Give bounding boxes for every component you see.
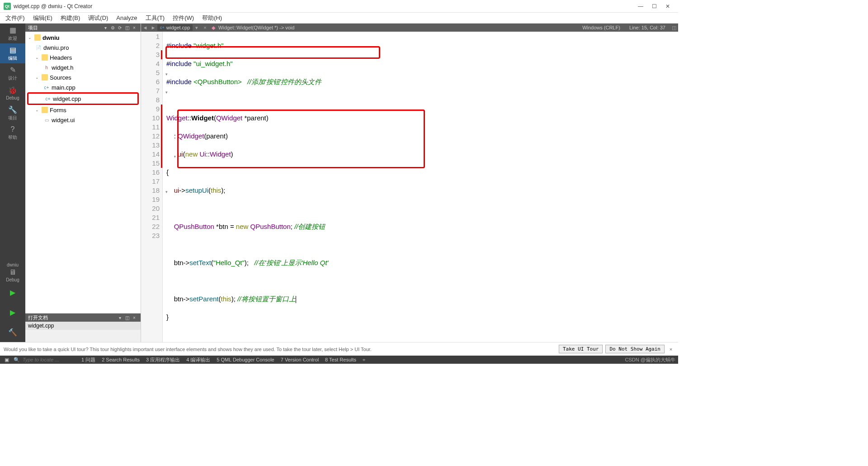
text-cursor [296,296,296,303]
split-icon[interactable]: ◫ [123,25,131,30]
monitor-icon: 🖥 [9,268,16,276]
filter-icon[interactable]: ⚙ [109,25,116,30]
mode-help[interactable]: ?帮助 [0,123,25,143]
dropdown-icon[interactable]: ▾ [116,315,123,320]
open-doc-item[interactable]: widget.cpp [25,322,141,330]
close-panel-icon[interactable]: × [131,315,138,320]
mode-projects[interactable]: 🔧项目 [0,103,25,123]
split-icon[interactable]: ◫ [123,315,131,320]
maximize-button[interactable]: ☐ [647,2,661,11]
dont-show-button[interactable]: Do Not Show Again [605,345,665,353]
wrench-icon: 🔧 [8,105,17,114]
target-selector[interactable]: dwniu🖥Debug [0,262,25,282]
folder-icon [42,107,48,113]
tab-close-icon[interactable]: × [201,25,209,30]
output-toggle-icon[interactable]: ▣ [3,357,11,363]
version-control-tab[interactable]: 7 Version Control [279,357,321,362]
collapse-icon[interactable]: ⌄ [35,75,40,80]
line-ending-selector[interactable]: Windows (CRLF) [578,25,625,30]
menu-analyze[interactable]: Analyze [113,14,141,22]
minimize-button[interactable]: — [634,2,647,11]
edit-icon: ▤ [9,46,16,54]
editor-area: ◄ ► c+widget.cpp ▾ × ◆ Widget::Widget(QW… [141,24,678,342]
search-results-tab[interactable]: 2 Search Results [100,357,142,362]
mode-edit[interactable]: ▤编辑 [0,43,25,63]
menu-edit[interactable]: 编辑(E) [29,13,56,23]
mode-welcome[interactable]: ▦欢迎 [0,24,25,43]
titlebar: Qt widget.cpp @ dwniu - Qt Creator — ☐ ✕ [0,0,678,13]
project-tree: ⌄dwniu 📄dwniu.pro ⌄Headers hwidget.h ⌄So… [25,32,141,313]
tab-dropdown-icon[interactable]: ▾ [193,25,201,31]
run-debug-button[interactable]: ▶ [0,302,25,322]
menu-tools[interactable]: 工具(T) [142,13,169,23]
tree-widget-cpp[interactable]: c+widget.cpp [28,94,137,104]
tree-widget-h[interactable]: hwidget.h [25,62,141,72]
main-area: ▦欢迎 ▤编辑 ✎设计 🐞Debug 🔧项目 ?帮助 dwniu🖥Debug ▶… [0,24,678,342]
app-output-tab[interactable]: 3 应用程序输出 [144,357,182,363]
menu-build[interactable]: 构建(B) [57,13,84,23]
open-docs-list: widget.cpp [25,322,141,342]
window-title: widget.cpp @ dwniu - Qt Creator [14,3,634,10]
mode-bar: ▦欢迎 ▤编辑 ✎设计 🐞Debug 🔧项目 ?帮助 dwniu🖥Debug ▶… [0,24,25,342]
issues-tab[interactable]: 1 问题 [80,357,97,363]
take-tour-button[interactable]: Take UI Tour [559,345,603,353]
locator-input[interactable] [23,357,77,362]
close-button[interactable]: ✕ [661,2,675,11]
side-panel: 项目 ▾ ⚙ ⟳ ◫ × ⌄dwniu 📄dwniu.pro ⌄Headers … [25,24,141,342]
tree-headers[interactable]: ⌄Headers [25,52,141,62]
grid-icon: ▦ [9,26,16,34]
dropdown-icon[interactable]: ▾ [102,25,109,30]
tree-root[interactable]: ⌄dwniu [25,33,141,43]
open-documents-panel: 打开文档 ▾ ◫ × widget.cpp [25,313,141,342]
ui-icon: ▭ [43,117,50,123]
help-icon: ? [11,125,15,133]
editor-tab[interactable]: c+widget.cpp [157,24,193,31]
collapse-icon[interactable]: ⌄ [35,108,40,112]
test-results-tab[interactable]: 8 Test Results [323,357,358,362]
code-editor[interactable]: 1234 5▾ 67▾ 891011 12131415 161718▾ 1920… [141,32,678,342]
hammer-icon: 🔨 [8,328,17,337]
status-bar: ▣ 🔍 1 问题 2 Search Results 3 应用程序输出 4 编译输… [0,356,678,364]
symbol-breadcrumb[interactable]: ◆ Widget::Widget(QWidget *) -> void [209,25,297,31]
nav-fwd-button[interactable]: ► [149,25,157,30]
tree-widget-ui[interactable]: ▭widget.ui [25,115,141,125]
build-button[interactable]: 🔨 [0,322,25,342]
cursor-position[interactable]: Line: 15, Col: 37 [625,25,670,30]
collapse-icon[interactable]: ⌄ [28,35,33,40]
folder-icon [34,34,41,41]
close-panel-icon[interactable]: × [131,25,138,30]
menu-widgets[interactable]: 控件(W) [169,13,198,23]
tree-main-cpp[interactable]: c+main.cpp [25,82,141,92]
qt-logo-icon: Qt [4,3,11,10]
code-content[interactable]: #include "widget.h" #include "ui_widget.… [163,32,678,342]
play-icon: ▶ [10,288,15,297]
split-h-icon[interactable]: ◫ [670,25,678,31]
menu-debug[interactable]: 调试(D) [85,13,112,23]
pro-icon: 📄 [35,44,42,51]
nav-back-button[interactable]: ◄ [141,25,149,30]
run-button[interactable]: ▶ [0,282,25,302]
tour-message: Would you like to take a quick UI tour? … [4,347,556,352]
cpp-icon: c+ [45,95,51,102]
sync-icon[interactable]: ⟳ [116,25,123,30]
editor-toolbar: ◄ ► c+widget.cpp ▾ × ◆ Widget::Widget(QW… [141,24,678,32]
mode-debug[interactable]: 🐞Debug [0,83,25,103]
qml-console-tab[interactable]: 5 QML Debugger Console [215,357,276,362]
h-icon: h [43,64,50,71]
watermark: CSDN @偏执的大蜗牛 [625,357,675,363]
menu-help[interactable]: 帮助(H) [198,13,226,23]
project-panel-header: 项目 ▾ ⚙ ⟳ ◫ × [25,24,141,32]
tree-pro-file[interactable]: 📄dwniu.pro [25,43,141,52]
compile-output-tab[interactable]: 4 编译输出 [184,357,212,363]
collapse-icon[interactable]: ⌄ [35,55,40,60]
highlight-annotation: c+widget.cpp [27,92,139,105]
chevron-icon[interactable]: ÷ [361,357,367,362]
close-notification-icon[interactable]: × [667,347,675,352]
menu-file[interactable]: 文件(F) [2,13,28,23]
mode-design[interactable]: ✎设计 [0,63,25,83]
tree-forms[interactable]: ⌄Forms [25,105,141,115]
tree-sources[interactable]: ⌄Sources [25,72,141,82]
cpp-icon: c+ [160,25,165,30]
open-docs-header: 打开文档 ▾ ◫ × [25,314,141,322]
bug-icon: 🐞 [8,86,17,95]
